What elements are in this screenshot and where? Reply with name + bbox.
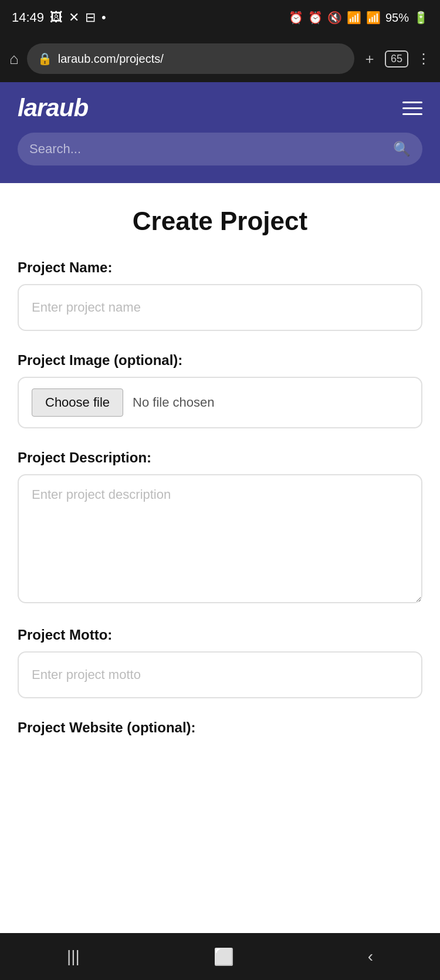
home-button[interactable]: ⬜	[214, 947, 234, 967]
search-icon: 🔍	[393, 141, 411, 157]
app-header: laraub 🔍	[0, 82, 440, 183]
header-top: laraub	[18, 94, 422, 122]
home-icon[interactable]: ⌂	[9, 50, 19, 68]
project-website-label: Project Website (optional):	[18, 719, 422, 736]
gallery-icon: 🖼	[50, 10, 63, 25]
dot-indicator: •	[101, 10, 106, 25]
new-tab-icon[interactable]: ＋	[363, 49, 377, 68]
status-right: ⏰ ⏰ 🔇 📶 📶 95% 🔋	[289, 11, 428, 25]
status-left: 14:49 🖼 ✕ ⊟ •	[12, 10, 106, 25]
main-content: Create Project Project Name: Project Ima…	[0, 183, 440, 933]
project-name-group: Project Name:	[18, 259, 422, 331]
page-title: Create Project	[18, 207, 422, 236]
status-time: 14:49	[12, 10, 44, 25]
project-description-textarea[interactable]	[18, 474, 422, 603]
back-button[interactable]: |||	[67, 947, 80, 966]
project-image-label: Project Image (optional):	[18, 352, 422, 369]
battery-icon: 🔋	[414, 11, 428, 25]
project-website-group: Project Website (optional):	[18, 719, 422, 736]
project-name-input[interactable]	[18, 284, 422, 331]
search-input[interactable]	[29, 141, 386, 157]
project-name-label: Project Name:	[18, 259, 422, 276]
wifi-icon: 📶	[347, 11, 361, 25]
alarm-icon: ⏰	[289, 11, 303, 25]
browser-bar: ⌂ 🔒 laraub.com/projects/ ＋ 65 ⋮	[0, 35, 440, 82]
signal-icon: 📶	[366, 11, 381, 25]
project-motto-input[interactable]	[18, 651, 422, 698]
mute-icon: 🔇	[327, 11, 342, 25]
lock-icon: 🔒	[38, 52, 52, 66]
status-bar: 14:49 🖼 ✕ ⊟ • ⏰ ⏰ 🔇 📶 📶 95% 🔋	[0, 0, 440, 35]
address-bar[interactable]: 🔒 laraub.com/projects/	[27, 43, 354, 74]
choose-file-button[interactable]: Choose file	[32, 388, 123, 417]
menu-icon: ⊟	[85, 10, 96, 25]
alarm2-icon: ⏰	[308, 11, 323, 25]
project-image-group: Project Image (optional): Choose file No…	[18, 352, 422, 428]
bottom-nav: ||| ⬜ ‹	[0, 933, 440, 980]
x-icon: ✕	[69, 10, 79, 25]
tab-count[interactable]: 65	[385, 50, 408, 67]
no-file-text: No file chosen	[133, 395, 214, 410]
project-motto-group: Project Motto:	[18, 627, 422, 698]
browser-actions: ＋ 65 ⋮	[363, 49, 431, 68]
search-bar[interactable]: 🔍	[18, 133, 422, 165]
app-logo: laraub	[18, 94, 88, 122]
project-description-label: Project Description:	[18, 450, 422, 466]
more-options-icon[interactable]: ⋮	[417, 50, 431, 67]
battery-text: 95%	[385, 11, 409, 25]
hamburger-menu-icon[interactable]	[402, 102, 422, 115]
url-text: laraub.com/projects/	[58, 52, 164, 66]
file-input-wrapper: Choose file No file chosen	[18, 377, 422, 428]
recent-apps-button[interactable]: ‹	[368, 947, 373, 966]
project-description-group: Project Description:	[18, 450, 422, 606]
project-motto-label: Project Motto:	[18, 627, 422, 643]
